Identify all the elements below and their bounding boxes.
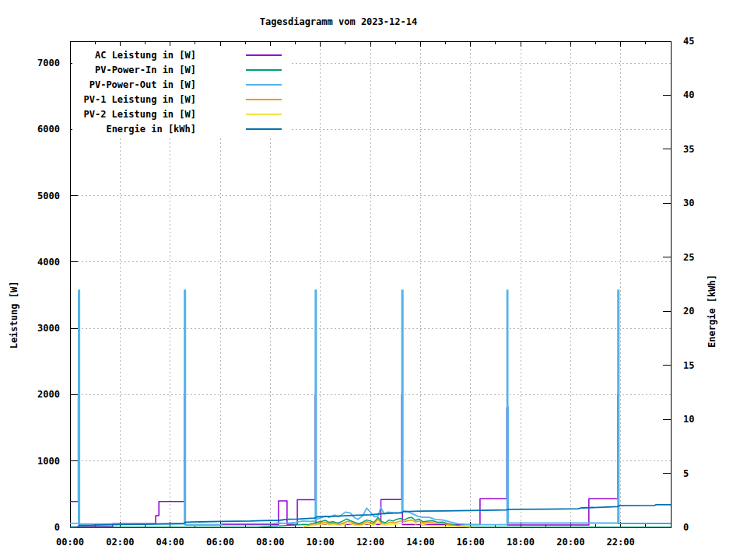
legend-label: PV-1 Leistung in [W] — [84, 94, 197, 105]
y-right-tick-label: 5 — [683, 468, 689, 479]
left-axis-label: Leistung [W] — [9, 282, 19, 349]
y-left-tick-label: 7000 — [37, 58, 60, 68]
y-left-tick-label: 4000 — [37, 257, 60, 268]
legend-label: Energie in [kWh] — [106, 124, 196, 135]
y-right-tick-label: 10 — [683, 414, 694, 425]
x-tick-label: 02:00 — [106, 537, 134, 548]
y-left-tick-label: 6000 — [37, 124, 60, 135]
legend-label: PV-Power-Out in [W] — [89, 79, 196, 90]
legend: AC Leistung in [W]PV-Power-In in [W]PV-P… — [72, 46, 290, 136]
x-tick-label: 16:00 — [457, 537, 485, 548]
y-right-tick-label: 15 — [683, 360, 694, 371]
chart-title: Tagesdiagramm vom 2023-12-14 — [260, 16, 417, 27]
x-tick-label: 06:00 — [206, 537, 234, 548]
x-tick-label: 20:00 — [556, 537, 584, 548]
y-right-tick-label: 30 — [683, 198, 694, 208]
y-left-tick-label: 1000 — [37, 456, 60, 467]
y-right-tick-label: 35 — [683, 144, 694, 155]
legend-label: PV-Power-In in [W] — [95, 65, 196, 75]
y-right-tick-label: 40 — [683, 89, 694, 100]
y-right-tick-label: 25 — [683, 252, 694, 263]
y-right-tick-label: 0 — [683, 522, 689, 533]
x-tick-label: 14:00 — [406, 537, 434, 548]
x-tick-label: 04:00 — [156, 537, 184, 548]
y-left-tick-label: 3000 — [37, 323, 60, 334]
x-tick-label: 22:00 — [607, 537, 635, 548]
x-tick-label: 10:00 — [307, 537, 335, 548]
chart-canvas: 0100020003000400050006000700005101520253… — [0, 0, 747, 560]
y-left-tick-label: 2000 — [37, 389, 60, 400]
legend-label: PV-2 Leistung in [W] — [84, 109, 197, 120]
x-tick-label: 08:00 — [256, 537, 284, 548]
x-tick-label: 00:00 — [56, 537, 84, 548]
x-tick-label: 18:00 — [507, 537, 535, 548]
y-right-tick-label: 20 — [683, 306, 694, 317]
y-right-tick-label: 45 — [683, 36, 694, 47]
y-left-tick-label: 0 — [54, 522, 60, 533]
right-axis-label: Energie [kWh] — [707, 275, 717, 348]
chart-page: 0100020003000400050006000700005101520253… — [0, 0, 747, 560]
x-tick-label: 12:00 — [356, 537, 384, 548]
y-left-tick-label: 5000 — [37, 191, 60, 201]
legend-label: AC Leistung in [W] — [95, 50, 196, 61]
